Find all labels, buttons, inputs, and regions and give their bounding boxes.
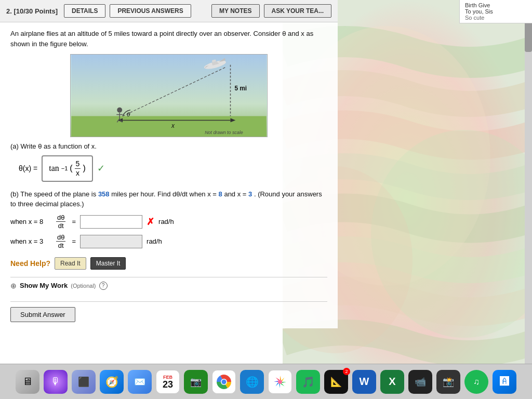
deriv-top-1: dθ [56, 214, 65, 222]
deriv-top-2: dθ [56, 233, 65, 242]
details-button[interactable]: DETAILS [64, 4, 105, 18]
when-x8-input[interactable] [80, 215, 142, 229]
notification-area: Birth Give To you, Sis So cute [459, 0, 532, 23]
svg-point-11 [117, 108, 122, 113]
need-help-section: Need Help? Read It Master It [10, 257, 327, 270]
inverse-symbol: −1 [61, 165, 68, 171]
scrollbar-track[interactable] [525, 0, 532, 364]
svg-point-27 [222, 379, 227, 384]
when-x8-unit: rad/h [158, 218, 174, 225]
tan-symbol: tan [49, 164, 59, 173]
when-x3-label: when x = 3 [10, 237, 52, 245]
dock-mail[interactable]: ✉️ [128, 370, 152, 394]
problem-statement: An airplane flies at an altitude of 5 mi… [10, 29, 327, 49]
help-icon[interactable]: ? [99, 282, 108, 290]
notif-line3: So cute [465, 15, 527, 21]
fraction-denominator: x [75, 169, 81, 178]
dock-video[interactable]: 📹 [408, 370, 432, 394]
show-my-work-section: ⊕ Show My Work (Optional) ? [10, 277, 327, 294]
deriv-fraction-1: dθ dt [56, 214, 65, 230]
when-x8-row: when x = 8 dθ dt = ✗ rad/h [10, 214, 327, 230]
when-x3-unit: rad/h [147, 237, 162, 245]
dock-spotify-2[interactable]: ♫ [464, 370, 488, 394]
dock-appstore[interactable]: 🅰 [493, 370, 516, 394]
svg-text:θ: θ [127, 111, 130, 118]
fraction-numerator: 5 [75, 159, 81, 169]
deriv-bottom-2: dt [57, 242, 65, 250]
points-label: 2. [10/30 Points] [6, 7, 58, 15]
dock-siri[interactable]: 🎙 [44, 370, 68, 394]
dock-word[interactable]: W [352, 370, 376, 394]
part-a-answer: tan −1 ( 5 x ) [42, 155, 93, 182]
my-notes-button[interactable]: MY NOTES [211, 4, 259, 18]
read-it-button[interactable]: Read It [55, 257, 86, 270]
need-help-label: Need Help? [10, 259, 50, 268]
previous-answers-button[interactable]: PREVIOUS ANSWERS [110, 4, 191, 18]
diagram: θ x 5 mi Not drawn to scale [70, 54, 268, 137]
optional-label: (Optional) [71, 283, 96, 289]
submit-section: Submit Answer [10, 301, 327, 322]
dock-chrome[interactable] [212, 370, 236, 394]
svg-point-28 [278, 380, 282, 384]
dock-badge: 2 [343, 368, 350, 375]
dock-launchpad[interactable]: ⬛ [72, 370, 96, 394]
dock-finder[interactable]: 🖥 [16, 370, 39, 394]
master-it-button[interactable]: Master It [90, 257, 126, 270]
x-mark-icon: ✗ [147, 216, 154, 228]
dock-safari[interactable]: 🧭 [100, 370, 124, 394]
notif-line2: To you, Sis [465, 8, 527, 15]
ask-teacher-button[interactable]: ASK YOUR TEA... [264, 4, 331, 18]
show-work-label: Show My Work [20, 282, 68, 289]
fraction: 5 x [75, 159, 81, 178]
deriv-fraction-2: dθ dt [56, 233, 65, 250]
correct-checkmark: ✓ [97, 163, 105, 174]
deriv-bottom-1: dt [57, 222, 65, 230]
close-paren: ) [83, 164, 85, 173]
dock-camera[interactable]: 📸 [436, 370, 460, 394]
x-value-1: 8 [219, 190, 222, 198]
dock-photos[interactable] [268, 370, 292, 394]
part-a-prefix: θ(x) = [19, 164, 37, 172]
svg-text:Not drawn to scale: Not drawn to scale [205, 130, 243, 135]
dock-browser[interactable]: 🌐 [240, 370, 264, 394]
svg-text:5 mi: 5 mi [234, 85, 247, 92]
x-value-2: 3 [248, 190, 252, 198]
dock-calendar-date: FEB 23 [163, 375, 173, 389]
dock-spotify[interactable]: 🎵 [296, 370, 320, 394]
dock-app[interactable]: 📐 2 [324, 370, 348, 394]
part-b-text: (b) The speed of the plane is 358 miles … [10, 189, 327, 209]
part-a-label: (a) Write θ as a function of x. [10, 142, 327, 150]
when-x3-input[interactable] [80, 235, 142, 248]
dock-excel[interactable]: X [380, 370, 404, 394]
dock-calendar[interactable]: FEB 23 [156, 370, 180, 394]
plus-icon: ⊕ [10, 282, 17, 290]
dock: 🖥 🎙 ⬛ 🧭 ✉️ FEB 23 📷 [0, 364, 532, 399]
open-paren: ( [70, 164, 72, 173]
notif-line1: Birth Give [465, 2, 527, 8]
when-x3-row: when x = 3 dθ dt = rad/h [10, 233, 327, 250]
speed-value: 358 [98, 190, 110, 198]
svg-text:x: x [171, 122, 175, 129]
submit-button[interactable]: Submit Answer [10, 307, 75, 322]
when-x8-label: when x = 8 [10, 218, 52, 225]
dock-facetime[interactable]: 📷 [184, 370, 208, 394]
